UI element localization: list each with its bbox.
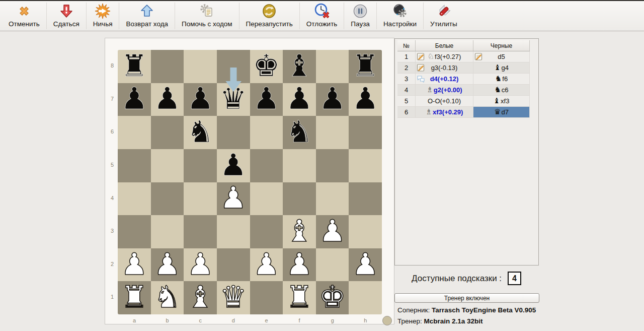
square-b4[interactable]: [151, 182, 184, 216]
square-a2[interactable]: ♟: [118, 248, 151, 282]
square-g4[interactable]: [316, 182, 349, 216]
square-c5[interactable]: [184, 149, 217, 182]
black-pawn[interactable]: ♟: [319, 83, 346, 113]
trainer-enabled-button[interactable]: Тренер включен: [394, 293, 539, 303]
white-knight[interactable]: ♞: [154, 282, 181, 312]
black-pawn[interactable]: ♟: [253, 83, 280, 113]
square-h6[interactable]: [349, 116, 382, 149]
toolbar-button-draw[interactable]: Ничья: [87, 1, 119, 31]
square-c8[interactable]: [184, 50, 217, 83]
square-d5[interactable]: ♟: [217, 149, 250, 182]
toolbar-button-pause[interactable]: Пауза: [344, 1, 376, 31]
square-b8[interactable]: [151, 50, 184, 83]
white-pawn[interactable]: ♟: [319, 216, 346, 246]
square-d2[interactable]: [217, 248, 250, 282]
square-a4[interactable]: [118, 182, 151, 216]
white-pawn[interactable]: ♟: [220, 182, 247, 213]
square-a8[interactable]: ♜: [118, 50, 151, 83]
black-bishop[interactable]: ♝: [286, 50, 313, 81]
square-c2[interactable]: ♟: [184, 248, 217, 282]
square-c4[interactable]: [184, 182, 217, 216]
square-g3[interactable]: ♟: [316, 215, 349, 248]
black-rook[interactable]: ♜: [121, 50, 148, 81]
move-cell-3-black[interactable]: ♞f6: [473, 74, 530, 84]
square-e1[interactable]: [250, 281, 283, 314]
white-queen[interactable]: ♛: [220, 282, 247, 312]
square-f2[interactable]: ♟: [283, 248, 316, 282]
black-pawn[interactable]: ♟: [154, 83, 181, 113]
move-cell-1-black[interactable]: d5: [473, 51, 530, 62]
square-c1[interactable]: ♝: [184, 281, 217, 314]
square-f6[interactable]: ♞: [283, 116, 316, 149]
square-e5[interactable]: [250, 149, 283, 182]
square-f1[interactable]: ♜: [283, 281, 316, 314]
square-d4[interactable]: ♟: [217, 182, 250, 216]
toolbar-button-restart[interactable]: Перезапустить: [239, 1, 299, 31]
square-f3[interactable]: ♝: [283, 215, 316, 248]
white-pawn[interactable]: ♟: [253, 249, 280, 279]
move-cell-5-black[interactable]: ♝xf3: [473, 96, 530, 106]
square-h1[interactable]: [349, 281, 382, 314]
square-a5[interactable]: [118, 149, 151, 182]
square-h2[interactable]: ♟: [349, 248, 382, 282]
square-g6[interactable]: [316, 116, 349, 149]
move-cell-1-white[interactable]: ♘f3(+0.27): [416, 51, 473, 62]
square-b7[interactable]: ♟: [151, 83, 184, 116]
square-e8[interactable]: ♚: [250, 50, 283, 83]
square-d6[interactable]: [217, 116, 250, 149]
black-rook[interactable]: ♜: [352, 50, 379, 81]
black-pawn[interactable]: ♟: [220, 150, 247, 180]
square-e7[interactable]: ♟: [250, 83, 283, 116]
square-a1[interactable]: ♜: [118, 281, 151, 314]
square-a3[interactable]: [118, 215, 151, 248]
square-g7[interactable]: ♟: [316, 83, 349, 116]
square-e2[interactable]: ♟: [250, 248, 283, 282]
square-f8[interactable]: ♝: [283, 50, 316, 83]
square-e6[interactable]: [250, 116, 283, 149]
square-g1[interactable]: ♚: [316, 281, 349, 314]
square-c7[interactable]: ♟: [184, 83, 217, 116]
square-h7[interactable]: ♟: [349, 83, 382, 116]
square-b6[interactable]: [151, 116, 184, 149]
toolbar-button-helpmove[interactable]: Помочь с ходом: [175, 1, 239, 31]
square-d1[interactable]: ♛: [217, 281, 250, 314]
square-b2[interactable]: ♟: [151, 248, 184, 282]
white-pawn[interactable]: ♟: [187, 249, 214, 279]
toolbar-button-takeback[interactable]: Возврат хода: [119, 1, 175, 31]
toolbar-button-utils[interactable]: Утилиты: [424, 1, 464, 31]
square-h4[interactable]: [349, 182, 382, 216]
square-b3[interactable]: [151, 215, 184, 248]
square-f7[interactable]: ♟: [283, 83, 316, 116]
square-d3[interactable]: [217, 215, 250, 248]
square-h5[interactable]: [349, 149, 382, 182]
black-pawn[interactable]: ♟: [352, 83, 379, 113]
white-pawn[interactable]: ♟: [286, 249, 313, 279]
square-a7[interactable]: ♟: [118, 83, 151, 116]
square-e3[interactable]: [250, 215, 283, 248]
square-g5[interactable]: [316, 149, 349, 182]
square-f5[interactable]: [283, 149, 316, 182]
white-rook[interactable]: ♜: [121, 282, 148, 312]
black-knight[interactable]: ♞: [187, 116, 214, 147]
square-h3[interactable]: [349, 215, 382, 248]
square-g2[interactable]: [316, 248, 349, 282]
square-c3[interactable]: [184, 215, 217, 248]
square-g8[interactable]: [316, 50, 349, 83]
white-rook[interactable]: ♜: [286, 282, 313, 312]
toolbar-button-settings[interactable]: Настройки: [377, 1, 423, 31]
toolbar-button-adjourn[interactable]: Отложить: [300, 1, 344, 31]
toolbar-button-resign[interactable]: Сдаться: [47, 1, 86, 31]
white-pawn[interactable]: ♟: [154, 249, 181, 279]
square-f4[interactable]: [283, 182, 316, 216]
white-pawn[interactable]: ♟: [121, 249, 148, 279]
square-h8[interactable]: ♜: [349, 50, 382, 83]
square-e4[interactable]: [250, 182, 283, 216]
move-cell-4-white[interactable]: ♗g2(+0.00): [416, 85, 473, 95]
toolbar-button-cancel[interactable]: Отменить: [2, 1, 46, 31]
black-pawn[interactable]: ♟: [286, 83, 313, 113]
black-pawn[interactable]: ♟: [187, 83, 214, 113]
square-b1[interactable]: ♞: [151, 281, 184, 314]
white-king[interactable]: ♚: [319, 282, 346, 312]
move-cell-2-white[interactable]: g3(-0.13): [416, 62, 473, 73]
black-pawn[interactable]: ♟: [121, 83, 148, 113]
